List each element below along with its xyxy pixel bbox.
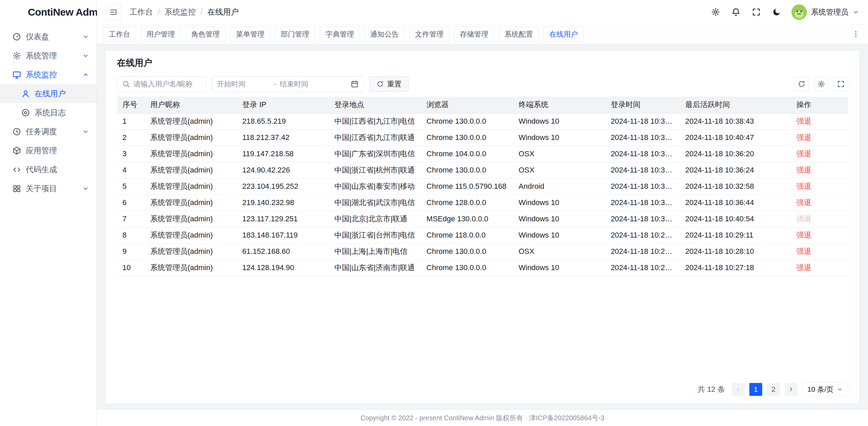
- force-logout-link[interactable]: 强退: [796, 117, 811, 125]
- tab-item[interactable]: 菜单管理: [230, 27, 270, 42]
- search-box: [117, 76, 206, 92]
- sidebar-item-dashboard[interactable]: 仪表盘: [0, 27, 97, 46]
- sidebar-item-label: 应用管理: [26, 145, 57, 156]
- cell-action: 强退: [791, 146, 848, 162]
- sidebar-item-app-management[interactable]: 应用管理: [0, 141, 97, 160]
- sidebar-item-task-schedule[interactable]: 任务调度: [0, 122, 97, 141]
- column-header: 序号: [117, 97, 145, 113]
- pagination-page-button[interactable]: 2: [767, 383, 780, 396]
- chevron-down-icon: [82, 128, 89, 135]
- grid-icon: [12, 184, 21, 193]
- cell-ip: 223.104.195.252: [237, 178, 329, 195]
- tab-item[interactable]: 字典管理: [320, 27, 360, 42]
- cell-index: 5: [117, 178, 145, 195]
- notifications-button[interactable]: [730, 7, 741, 18]
- cell-login-time: 2024-11-18 10:37:17: [605, 129, 680, 146]
- tab-item[interactable]: 工作台: [103, 27, 136, 42]
- tab-item[interactable]: 文件管理: [409, 27, 449, 42]
- online-users-card: 在线用户 - 重置: [106, 51, 859, 403]
- cell-index: 7: [117, 211, 145, 227]
- cell-ip: 123.117.129.251: [237, 211, 329, 227]
- app-title: ContiNew Admin: [28, 6, 106, 18]
- cell-nickname: 系统管理员(admin): [145, 243, 237, 260]
- tab-label: 系统配置: [505, 29, 533, 39]
- tab-item[interactable]: 角色管理: [185, 27, 225, 42]
- sidebar-item-system-logs[interactable]: 系统日志: [0, 103, 97, 122]
- tab-item[interactable]: 存储管理: [454, 27, 494, 42]
- date-range-picker[interactable]: -: [212, 76, 364, 92]
- search-input[interactable]: [134, 80, 201, 88]
- force-logout-link[interactable]: 强退: [796, 182, 811, 190]
- pagination-page-button[interactable]: 1: [749, 383, 762, 396]
- force-logout-link[interactable]: 强退: [796, 198, 811, 207]
- sidebar-item-code-generation[interactable]: 代码生成: [0, 160, 97, 179]
- sidebar-item-system-monitor[interactable]: 系统监控: [0, 65, 97, 84]
- force-logout-link[interactable]: 强退: [796, 231, 811, 239]
- end-date-input[interactable]: [280, 80, 333, 88]
- code-icon: [12, 165, 21, 174]
- force-logout-link[interactable]: 强退: [796, 149, 811, 158]
- cell-ip: 124.90.42.226: [237, 162, 329, 178]
- refresh-table-button[interactable]: [794, 77, 809, 91]
- pagination-prev-button[interactable]: [732, 383, 745, 396]
- cell-ip: 119.147.218.58: [237, 146, 329, 162]
- cell-last-active: 2024-11-18 10:40:54: [680, 211, 791, 227]
- cell-index: 3: [117, 146, 145, 162]
- cell-browser: Chrome 130.0.0.0: [421, 162, 513, 178]
- tab-more-button[interactable]: [850, 28, 862, 40]
- force-logout-link[interactable]: 强退: [796, 215, 811, 223]
- content-area: 在线用户 - 重置: [97, 44, 868, 410]
- tab-item[interactable]: 在线用户: [544, 27, 584, 42]
- gear-icon: [12, 51, 21, 60]
- force-logout-link[interactable]: 强退: [796, 166, 811, 174]
- user-icon: [21, 89, 30, 98]
- column-header: 用户昵称: [145, 97, 237, 113]
- start-date-input[interactable]: [217, 80, 271, 88]
- sidebar-item-system-management[interactable]: 系统管理: [0, 46, 97, 65]
- breadcrumb-separator: /: [158, 7, 160, 17]
- table-fullscreen-button[interactable]: [834, 77, 848, 91]
- user-menu[interactable]: 系统管理员: [791, 4, 859, 20]
- avatar-image: [791, 4, 807, 20]
- collapse-sidebar-button[interactable]: [106, 4, 121, 20]
- reset-button[interactable]: 重置: [369, 76, 409, 92]
- column-header: 登录 IP: [237, 97, 329, 113]
- column-settings-button[interactable]: [814, 77, 828, 91]
- sidebar-item-label: 系统管理: [26, 50, 57, 61]
- tab-item[interactable]: 用户管理: [141, 27, 181, 42]
- breadcrumb-item[interactable]: 工作台: [130, 7, 153, 17]
- sidebar-item-label: 代码生成: [26, 164, 57, 175]
- table-row: 10 系统管理员(admin) 124.128.194.90 中国|山东省|济南…: [117, 260, 848, 276]
- cell-location: 中国|江西省|九江市|电信: [329, 113, 421, 129]
- force-logout-link[interactable]: 强退: [796, 263, 811, 272]
- calendar-icon: [351, 80, 359, 88]
- moon-icon: [772, 7, 781, 17]
- page-size-select[interactable]: 10 条/页: [802, 382, 848, 397]
- chevron-down-icon: [837, 386, 843, 392]
- sidebar-item-online-users[interactable]: 在线用户: [0, 84, 97, 103]
- app-logo-icon: [9, 5, 23, 19]
- tab-item[interactable]: 部门管理: [275, 27, 315, 42]
- pagination-next-button[interactable]: [785, 383, 797, 396]
- cell-os: OSX: [513, 146, 605, 162]
- cell-browser: Chrome 115.0.5790.168: [421, 178, 513, 195]
- sidebar-item-about-project[interactable]: 关于项目: [0, 179, 97, 198]
- force-logout-link[interactable]: 强退: [796, 247, 811, 256]
- tab-item[interactable]: 通知公告: [364, 27, 405, 42]
- footer-copyright: Copyright © 2022 - present ContiNew Admi…: [360, 413, 605, 423]
- topbar-actions: 系统管理员: [710, 4, 859, 20]
- cell-ip: 183.148.167.119: [237, 227, 329, 243]
- theme-toggle-button[interactable]: [771, 7, 782, 18]
- cell-last-active: 2024-11-18 10:36:24: [680, 162, 791, 178]
- breadcrumb-item[interactable]: 系统监控: [164, 7, 196, 17]
- cell-ip: 219.140.232.98: [237, 195, 329, 211]
- logo[interactable]: ContiNew Admin: [0, 0, 97, 24]
- tab-label: 用户管理: [146, 29, 175, 39]
- tab-item[interactable]: 系统配置: [499, 27, 539, 42]
- force-logout-link[interactable]: 强退: [796, 133, 811, 142]
- fullscreen-button[interactable]: [751, 7, 762, 18]
- clock-icon: [12, 127, 21, 136]
- settings-button[interactable]: [710, 7, 721, 18]
- sidebar-item-label: 仪表盘: [26, 32, 49, 42]
- cell-login-time: 2024-11-18 10:28:39: [605, 227, 680, 243]
